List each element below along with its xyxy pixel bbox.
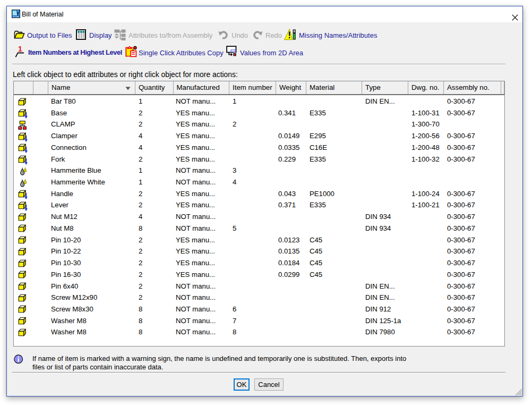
- svg-text:1: 1: [18, 45, 22, 53]
